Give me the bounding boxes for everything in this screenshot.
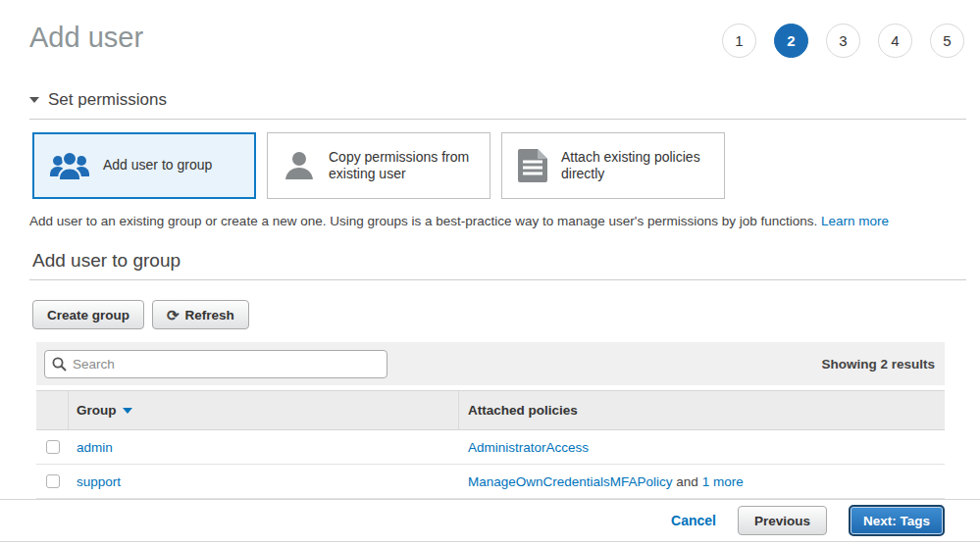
column-header-attached-policies: Attached policies: [459, 403, 945, 418]
group-column-label: Group: [77, 403, 117, 418]
step-1[interactable]: 1: [722, 24, 756, 58]
wizard-header: Add user 1 2 3 4 5: [0, 0, 980, 74]
group-section-divider: [29, 279, 966, 280]
search-input[interactable]: [44, 350, 387, 378]
collapse-caret-icon: [29, 97, 39, 103]
group-toolbar: Create group ⟳ Refresh: [32, 300, 980, 329]
more-policies-link[interactable]: 1 more: [702, 474, 744, 489]
results-count: Showing 2 results: [821, 357, 935, 372]
refresh-label: Refresh: [185, 308, 234, 323]
step-2-active[interactable]: 2: [774, 24, 808, 58]
policy-link[interactable]: ManageOwnCredentialsMFAPolicy: [468, 474, 673, 489]
search-icon: [52, 357, 67, 375]
step-4[interactable]: 4: [878, 24, 912, 58]
wizard-steps: 1 2 3 4 5: [722, 24, 964, 58]
table-row-admin: admin AdministratorAccess: [36, 430, 945, 465]
row-checkbox[interactable]: [46, 440, 60, 454]
create-group-label: Create group: [47, 308, 129, 323]
row-checkbox[interactable]: [46, 474, 60, 488]
user-icon: [282, 148, 317, 183]
table-row-support: support ManageOwnCredentialsMFAPolicy an…: [36, 465, 945, 499]
group-section-heading: Add user to group: [32, 250, 951, 272]
group-link[interactable]: support: [77, 474, 121, 489]
option-label: Add user to group: [103, 157, 212, 174]
create-group-button[interactable]: Create group: [32, 300, 144, 329]
section-divider: [29, 119, 966, 120]
group-icon: [48, 149, 91, 182]
option-add-user-to-group[interactable]: Add user to group: [32, 132, 256, 199]
option-label: Copy permissions from existing user: [329, 149, 480, 183]
cancel-button[interactable]: Cancel: [671, 513, 716, 528]
step-5[interactable]: 5: [930, 24, 964, 58]
step-3[interactable]: 3: [826, 24, 860, 58]
refresh-button[interactable]: ⟳ Refresh: [152, 300, 249, 329]
permissions-description: Add user to an existing group or create …: [29, 214, 951, 228]
wizard-footer: Cancel Previous Next: Tags: [0, 499, 980, 542]
policy-link[interactable]: AdministratorAccess: [468, 440, 589, 455]
page-title: Add user: [29, 22, 143, 54]
previous-button[interactable]: Previous: [738, 506, 827, 535]
search-box: [44, 350, 387, 378]
set-permissions-header[interactable]: Set permissions: [29, 90, 951, 110]
table-toolbar: Showing 2 results: [36, 342, 945, 385]
table-header-row: Group Attached policies: [36, 390, 945, 430]
groups-table: Showing 2 results Group Attached policie…: [36, 342, 945, 499]
refresh-icon: ⟳: [167, 308, 180, 323]
option-attach-policies[interactable]: Attach existing policies directly: [501, 132, 725, 199]
description-text: Add user to an existing group or create …: [29, 214, 821, 228]
header-checkbox-column: [36, 391, 69, 429]
document-icon: [516, 147, 549, 184]
sort-descending-icon: [123, 408, 132, 414]
next-tags-button[interactable]: Next: Tags: [849, 505, 945, 536]
column-header-group[interactable]: Group: [69, 391, 459, 429]
group-link[interactable]: admin: [77, 440, 113, 455]
set-permissions-label: Set permissions: [48, 90, 167, 110]
option-copy-permissions[interactable]: Copy permissions from existing user: [267, 132, 490, 199]
policy-separator: and: [673, 474, 702, 489]
option-label: Attach existing policies directly: [561, 149, 714, 183]
permission-option-cards: Add user to group Copy permissions from …: [32, 132, 980, 199]
learn-more-link[interactable]: Learn more: [821, 214, 889, 228]
